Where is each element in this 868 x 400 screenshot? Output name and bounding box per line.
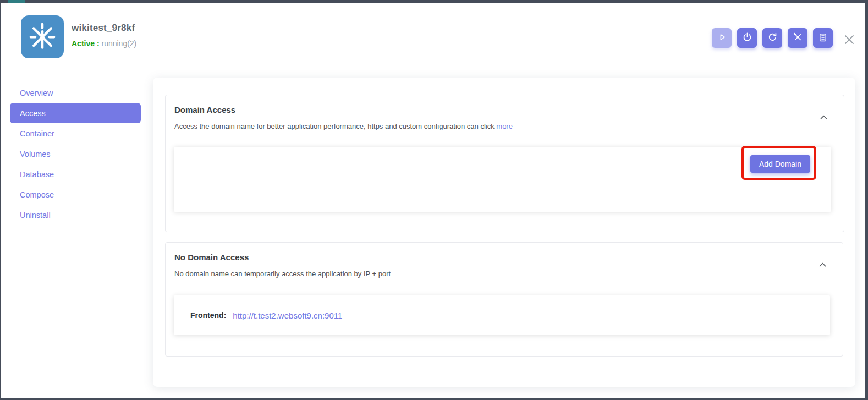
sidebar-item-access[interactable]: Access	[10, 103, 141, 123]
sidebar-item-database[interactable]: Database	[10, 164, 141, 184]
frontend-url-link[interactable]: http://t.test2.websoft9.cn:9011	[233, 311, 342, 320]
close-icon	[843, 33, 856, 48]
no-domain-access-title: No Domain Access	[174, 253, 249, 262]
more-link[interactable]: more	[496, 122, 513, 130]
app-status: Active : running(2)	[72, 39, 136, 48]
header-action-buttons	[712, 28, 833, 48]
sidebar-item-container[interactable]: Container	[10, 123, 141, 144]
chevron-up-icon	[818, 263, 827, 271]
sidebar-item-overview[interactable]: Overview	[10, 83, 141, 103]
asterisk-logo-icon	[28, 21, 57, 53]
sidebar-item-uninstall[interactable]: Uninstall	[10, 205, 141, 225]
start-button[interactable]	[712, 28, 732, 48]
domain-access-description-text: Access the domain name for better applic…	[174, 122, 496, 130]
restart-button[interactable]	[762, 28, 782, 48]
domain-access-description: Access the domain name for better applic…	[174, 122, 513, 130]
app-header: wikitest_9r8kf Active : running(2)	[1, 3, 865, 73]
domain-toolbar-row: Add Domain	[174, 147, 831, 182]
domain-access-collapse-button[interactable]	[819, 113, 828, 124]
frontend-label: Frontend:	[190, 311, 226, 320]
app-title: wikitest_9r8kf	[72, 23, 135, 34]
domain-access-title: Domain Access	[174, 105, 235, 114]
no-domain-access-collapse-button[interactable]	[818, 260, 827, 271]
sidebar: Overview Access Container Volumes Databa…	[10, 83, 141, 225]
sidebar-item-compose[interactable]: Compose	[10, 184, 141, 205]
status-label: Active :	[72, 39, 100, 48]
sidebar-item-volumes[interactable]: Volumes	[10, 144, 141, 164]
refresh-icon	[767, 32, 778, 44]
chevron-up-icon	[819, 116, 828, 124]
app-logo	[21, 15, 64, 58]
play-icon	[717, 32, 727, 43]
document-icon	[818, 32, 828, 44]
no-domain-access-card: No Domain Access No domain name can temp…	[165, 242, 843, 357]
close-button[interactable]	[842, 32, 857, 48]
no-domain-access-description: No domain name can temporarily access th…	[174, 270, 391, 278]
add-domain-button[interactable]: Add Domain	[750, 155, 810, 173]
domain-empty-row	[174, 182, 831, 211]
frontend-access-panel: Frontend: http://t.test2.websoft9.cn:901…	[174, 295, 830, 335]
domain-table-panel: Add Domain	[174, 147, 831, 212]
logs-button[interactable]	[813, 28, 833, 48]
tools-icon	[793, 32, 803, 44]
status-value: running(2)	[101, 39, 136, 48]
power-icon	[742, 32, 752, 44]
stop-button[interactable]	[737, 28, 757, 48]
app-modal: wikitest_9r8kf Active : running(2)	[1, 3, 865, 398]
window-frame: wikitest_9r8kf Active : running(2)	[0, 0, 868, 400]
repair-button[interactable]	[788, 28, 807, 48]
main-panel: Domain Access Access the domain name for…	[153, 78, 855, 387]
domain-access-card: Domain Access Access the domain name for…	[165, 95, 844, 232]
